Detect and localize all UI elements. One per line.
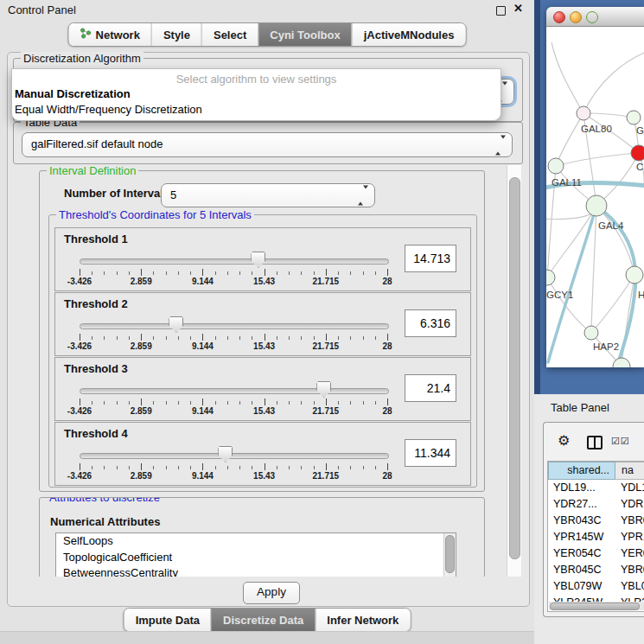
tick-mark: [252, 466, 252, 469]
window-minimize-button[interactable]: [570, 11, 582, 23]
slider-thumb[interactable]: [316, 381, 331, 398]
network-node[interactable]: [546, 270, 555, 285]
table-row[interactable]: YIL052CYIL0: [548, 611, 644, 612]
tab-style[interactable]: Style: [151, 23, 201, 46]
dropdown-prompt: Select algorithm to view settings: [12, 73, 501, 86]
column-header-name[interactable]: na: [615, 462, 644, 480]
tick-mark: [117, 466, 118, 469]
slider-thumb[interactable]: [251, 252, 265, 268]
cell-name: YBL0: [615, 578, 644, 595]
list-scrollbar[interactable]: [443, 533, 456, 577]
number-of-intervals-label: Number of Intervals: [64, 187, 169, 200]
tick-mark: [350, 336, 351, 340]
number-of-intervals-combo[interactable]: 5: [161, 183, 375, 207]
table-row[interactable]: YBR045CYBR0: [548, 562, 644, 578]
table-row[interactable]: YDR27...YDR2: [548, 496, 644, 513]
combo-spinner-icon[interactable]: [358, 189, 368, 202]
tick-mark: [265, 399, 265, 405]
slider-track[interactable]: [80, 453, 389, 459]
split-columns-icon[interactable]: [587, 436, 603, 450]
tab-infer-network[interactable]: Infer Network: [315, 609, 410, 631]
slider-track[interactable]: [80, 258, 389, 265]
apply-button[interactable]: Apply: [243, 582, 300, 604]
settings-scrollbar-thumb[interactable]: [509, 177, 520, 559]
tab-impute-data[interactable]: Impute Data: [124, 609, 211, 631]
tick-mark: [301, 336, 302, 340]
table-data-combo[interactable]: galFiltered.sif default node: [22, 132, 513, 157]
tick-label: -3.426: [67, 341, 92, 351]
table-row[interactable]: YPR145WYPR1: [548, 529, 644, 545]
network-node[interactable]: [584, 326, 598, 340]
window-close-button[interactable]: [553, 11, 565, 23]
combo-spinner-icon[interactable]: [495, 138, 506, 151]
dropdown-item-equal-width-frequency[interactable]: Equal Width/Frequency Discretization: [12, 102, 501, 117]
window-zoom-button[interactable]: [586, 11, 598, 23]
threshold-value-field[interactable]: 21.4: [405, 374, 456, 402]
tick-mark: [202, 463, 203, 470]
checkbox-columns-icon[interactable]: ☑☑: [611, 436, 630, 447]
tick-label: 15.43: [253, 471, 275, 481]
table-row[interactable]: YBL079WYBL0: [548, 578, 644, 595]
table-row[interactable]: YER054CYER0: [548, 545, 644, 562]
attribute-items: SelfLoopsTopologicalCoefficientBetweenne…: [56, 533, 456, 577]
gear-icon[interactable]: ⚙: [558, 432, 570, 449]
network-frame-edge: [534, 0, 540, 394]
network-node[interactable]: [627, 111, 641, 124]
bottom-tabbar: Impute DataDiscretize DataInfer Network: [124, 608, 411, 632]
tick-mark: [227, 466, 228, 469]
slider-track[interactable]: [80, 388, 389, 394]
tab-cyni-toolbox[interactable]: Cyni Toolbox: [258, 23, 351, 46]
table-row[interactable]: YBR043CYBR0: [548, 513, 644, 529]
tick-mark: [314, 336, 315, 340]
network-node[interactable]: [586, 195, 607, 216]
attribute-item[interactable]: TopologicalCoefficient: [56, 550, 456, 566]
tab-jactivemnodules[interactable]: jActiveMNodules: [352, 23, 466, 46]
tick-mark: [375, 336, 376, 340]
control-panel: Control Panel ✕ NetworkStyleSelectCyni T…: [0, 0, 535, 644]
table-horizontal-scrollbar[interactable]: [549, 602, 644, 610]
network-node[interactable]: [631, 145, 644, 161]
table-hscroll-thumb[interactable]: [550, 603, 640, 610]
dropdown-item-manual-discretization[interactable]: Manual Discretization: [12, 86, 501, 101]
network-node[interactable]: [577, 106, 590, 120]
tab-select[interactable]: Select: [201, 23, 258, 46]
tick-mark: [141, 334, 142, 341]
tick-label: 21.715: [313, 277, 340, 286]
table-header-row: shared... na: [548, 462, 644, 480]
network-node[interactable]: [626, 266, 643, 284]
table-rows: YDL19...YDL1YDR27...YDR2YBR043CYBR0YPR14…: [548, 480, 644, 612]
attribute-item[interactable]: BetweennessCentrality: [56, 565, 456, 577]
cell-shared-name: YDR27...: [548, 496, 615, 513]
tick-mark: [178, 336, 179, 340]
list-scrollbar-thumb[interactable]: [445, 535, 455, 573]
column-header-shared-name[interactable]: shared...: [548, 462, 615, 480]
threshold-value-field[interactable]: 11.344: [405, 439, 456, 467]
float-window-icon[interactable]: [496, 6, 506, 16]
close-icon[interactable]: ✕: [513, 2, 523, 15]
attributes-group-label: Attributes to discretize: [47, 497, 163, 504]
tick-mark: [104, 271, 105, 275]
tick-mark: [141, 269, 142, 276]
threshold-label: Threshold 1: [64, 233, 128, 245]
table-row[interactable]: YDL19...YDL1: [548, 480, 644, 496]
tab-network[interactable]: Network: [69, 23, 151, 46]
settings-scrollbar[interactable]: [507, 165, 521, 577]
tick-mark: [104, 401, 105, 405]
network-node[interactable]: [548, 158, 564, 174]
network-window-titlebar[interactable]: [546, 7, 644, 27]
slider-thumb[interactable]: [218, 446, 233, 462]
attribute-item[interactable]: SelfLoops: [56, 533, 456, 550]
tab-discretize-data[interactable]: Discretize Data: [211, 609, 315, 631]
threshold-value-field[interactable]: 14.713: [405, 245, 456, 272]
threshold-label: Threshold 4: [64, 427, 128, 440]
tick-mark: [289, 336, 290, 340]
threshold-value-field[interactable]: 6.316: [405, 309, 456, 337]
slider-thumb[interactable]: [169, 316, 183, 333]
tick-mark: [239, 271, 240, 275]
network-node-label: GAL4: [598, 220, 624, 231]
cell-shared-name: YBR043C: [548, 513, 615, 529]
slider-track[interactable]: [80, 323, 389, 329]
tick-mark: [190, 401, 191, 405]
network-canvas[interactable]: GAL80GCGAL11GAL4GCY1HHAP2: [546, 27, 644, 367]
tab-label: jActiveMNodules: [364, 29, 455, 41]
